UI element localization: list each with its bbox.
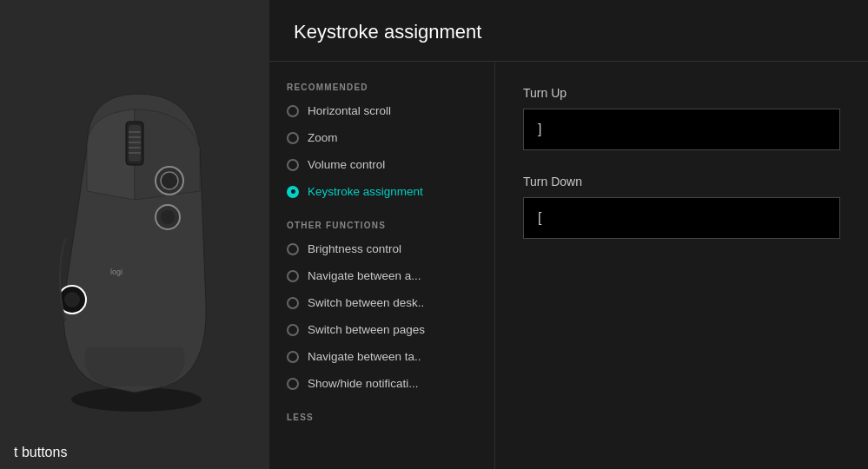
list-item-label: Switch between pages <box>308 323 425 336</box>
list-item-label: Zoom <box>308 131 338 144</box>
list-item-label: Navigate between ta.. <box>308 350 421 363</box>
turn-down-field: Turn Down <box>523 175 840 239</box>
radio-switch-desk <box>287 297 299 309</box>
detail-column: Turn Up Turn Down <box>495 62 868 469</box>
list-item-navigate-between-a[interactable]: Navigate between a... <box>269 262 494 289</box>
options-list: RECOMMENDED Horizontal scroll Zoom Volum… <box>269 62 495 469</box>
less-section-label: LESS <box>269 406 494 427</box>
turn-up-input[interactable] <box>523 109 840 150</box>
radio-volume-control <box>287 159 299 171</box>
panel-title: Keystroke assignment <box>294 21 844 43</box>
svg-text:logi: logi <box>110 268 123 276</box>
radio-show-hide <box>287 378 299 390</box>
svg-point-13 <box>64 292 80 307</box>
list-item-label: Navigate between a... <box>308 269 421 282</box>
list-item-label: Horizontal scroll <box>308 104 391 117</box>
panel-header: Keystroke assignment <box>269 0 868 62</box>
list-item-horizontal-scroll[interactable]: Horizontal scroll <box>269 97 494 124</box>
radio-navigate-a <box>287 270 299 282</box>
radio-keystroke-assignment <box>287 186 299 198</box>
list-item-switch-between-desk[interactable]: Switch between desk.. <box>269 289 494 316</box>
turn-down-label: Turn Down <box>523 175 840 188</box>
panel-body: RECOMMENDED Horizontal scroll Zoom Volum… <box>269 62 868 469</box>
list-item-volume-control[interactable]: Volume control <box>269 151 494 178</box>
list-item-brightness-control[interactable]: Brightness control <box>269 235 494 262</box>
turn-up-label: Turn Up <box>523 86 840 100</box>
svg-rect-2 <box>129 125 141 162</box>
mouse-panel: logi t buttons <box>0 0 269 469</box>
svg-point-11 <box>161 210 175 224</box>
radio-navigate-ta <box>287 351 299 363</box>
bottom-bar-text: t buttons <box>14 445 67 459</box>
turn-up-field: Turn Up <box>523 86 840 150</box>
list-item-label: Volume control <box>308 158 385 171</box>
list-item-switch-between-pages[interactable]: Switch between pages <box>269 316 494 343</box>
radio-switch-pages <box>287 324 299 336</box>
svg-point-9 <box>161 172 178 189</box>
recommended-section-label: RECOMMENDED <box>269 76 494 97</box>
bottom-bar: t buttons <box>0 436 269 469</box>
turn-down-input[interactable] <box>523 197 840 239</box>
list-item-label: Switch between desk.. <box>308 296 424 309</box>
other-section-label: OTHER FUNCTIONS <box>269 214 494 235</box>
radio-brightness-control <box>287 243 299 255</box>
list-item-label: Brightness control <box>308 242 401 255</box>
radio-horizontal-scroll <box>287 105 299 117</box>
right-panel: Keystroke assignment RECOMMENDED Horizon… <box>269 0 868 469</box>
list-item-zoom[interactable]: Zoom <box>269 124 494 151</box>
radio-inner-dot <box>291 189 295 194</box>
list-item-show-hide-notificati[interactable]: Show/hide notificati... <box>269 370 494 397</box>
list-item-keystroke-assignment[interactable]: Keystroke assignment <box>269 178 494 205</box>
radio-zoom <box>287 132 299 144</box>
list-item-label: Show/hide notificati... <box>308 377 419 390</box>
mouse-illustration: logi <box>39 78 230 408</box>
list-item-label: Keystroke assignment <box>308 185 423 198</box>
list-item-navigate-between-ta[interactable]: Navigate between ta.. <box>269 343 494 370</box>
